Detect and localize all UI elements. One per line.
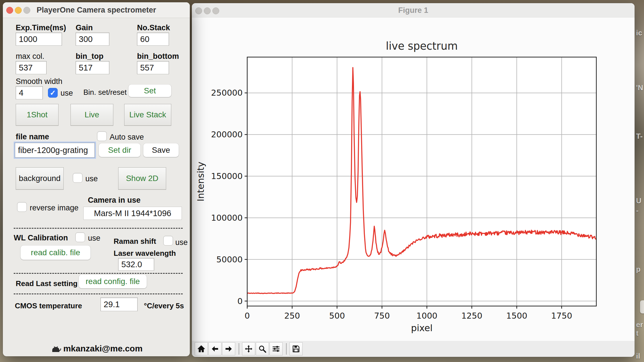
max-col-label: max col. bbox=[16, 52, 45, 61]
divider bbox=[14, 228, 183, 229]
desktop-icon-fragment bbox=[640, 300, 644, 313]
camera-in-use-value: Mars-M II 1944*1096 bbox=[83, 207, 182, 220]
y-tick-label: 50000 bbox=[216, 255, 243, 264]
smooth-width-input[interactable] bbox=[16, 86, 43, 99]
home-icon bbox=[197, 345, 205, 353]
figure-canvas[interactable]: 0250500750100012501500175005000010000015… bbox=[192, 18, 635, 341]
no-stack-label: No.Stack bbox=[137, 23, 170, 32]
desktop-icon-label-fragment: 'N bbox=[636, 83, 643, 92]
exp-time-input[interactable] bbox=[16, 33, 62, 46]
close-button[interactable] bbox=[6, 7, 13, 14]
reverse-image-label: reverse image bbox=[30, 204, 79, 212]
raman-use-label: use bbox=[175, 238, 188, 247]
auto-save-label: Auto save bbox=[110, 133, 144, 142]
read-config-file-button[interactable]: read config. file bbox=[79, 275, 147, 288]
x-tick-label: 1000 bbox=[416, 311, 437, 321]
zoom-button[interactable] bbox=[212, 7, 219, 14]
live-button[interactable]: Live bbox=[71, 104, 113, 126]
bin-bottom-label: bin_bottom bbox=[137, 52, 179, 61]
gain-label: Gain bbox=[76, 23, 93, 32]
divider bbox=[14, 273, 183, 274]
background-button[interactable]: background bbox=[16, 167, 64, 190]
file-name-input[interactable] bbox=[15, 143, 95, 158]
plot-title: live spectrum bbox=[386, 40, 458, 52]
background-use-label: use bbox=[85, 174, 98, 183]
divider bbox=[14, 293, 183, 294]
spectrometer-titlebar[interactable]: PlayerOne Camera spectrometer bbox=[3, 2, 190, 18]
save-button[interactable]: Save bbox=[143, 143, 179, 157]
show-2d-button[interactable]: Show 2D bbox=[118, 167, 166, 190]
bin-top-input[interactable] bbox=[76, 61, 109, 74]
x-tick-label: 1250 bbox=[461, 311, 482, 321]
toolbar-save-button[interactable] bbox=[289, 342, 303, 355]
max-col-input[interactable] bbox=[16, 61, 47, 74]
live-spectrum-plot: 0250500750100012501500175005000010000015… bbox=[192, 18, 635, 341]
cmos-unit-label: °C/every 5s bbox=[144, 301, 184, 310]
wl-calibration-label: WL Calibration bbox=[14, 234, 68, 242]
bin-set-button[interactable]: Set bbox=[128, 85, 171, 97]
exp-time-label: Exp.Time(ms) bbox=[16, 23, 66, 32]
desktop-icon-label-fragment: - bbox=[636, 206, 639, 215]
toolbar-pan-button[interactable] bbox=[242, 342, 255, 355]
minimize-button[interactable] bbox=[204, 7, 211, 14]
figure-titlebar[interactable]: Figure 1 bbox=[192, 3, 635, 18]
magnifier-icon bbox=[258, 345, 266, 353]
sliders-icon bbox=[272, 345, 280, 353]
toolbar-configure-subplots-button[interactable] bbox=[269, 342, 283, 355]
one-shot-button[interactable]: 1Shot bbox=[16, 104, 59, 126]
cmos-temperature-input[interactable] bbox=[100, 297, 138, 311]
cat-icon bbox=[50, 344, 62, 353]
desktop-icon-label-fragment: il bbox=[636, 352, 640, 361]
read-last-setting-label: Read Last setting bbox=[16, 279, 78, 288]
figure-title: Figure 1 bbox=[192, 3, 635, 18]
toolbar-separator bbox=[286, 343, 287, 355]
file-name-label: file name bbox=[16, 132, 49, 141]
x-tick-label: 1750 bbox=[551, 311, 572, 321]
spectrometer-window: PlayerOne Camera spectrometer Exp.Time(m… bbox=[3, 2, 190, 356]
auto-save-checkbox[interactable] bbox=[97, 131, 107, 141]
x-axis-label: pixel bbox=[411, 323, 433, 333]
reverse-image-checkbox[interactable] bbox=[17, 202, 27, 212]
y-tick-label: 200000 bbox=[211, 130, 243, 139]
matplotlib-toolbar bbox=[192, 341, 635, 357]
footer: mkanzaki@me.com bbox=[3, 344, 190, 353]
x-tick-label: 250 bbox=[284, 311, 300, 321]
wl-use-label: use bbox=[88, 234, 100, 243]
laser-wavelength-label: Laser wavelength bbox=[114, 249, 176, 258]
y-tick-label: 0 bbox=[238, 296, 243, 306]
live-stack-button[interactable]: Live Stack bbox=[124, 104, 171, 126]
minimize-button[interactable] bbox=[15, 7, 22, 14]
desktop-icon-label-fragment: U bbox=[636, 196, 641, 205]
no-stack-input[interactable] bbox=[137, 33, 169, 46]
contact-email: mkanzaki@me.com bbox=[63, 344, 143, 353]
bin-bottom-input[interactable] bbox=[137, 61, 169, 74]
background-use-checkbox[interactable] bbox=[73, 173, 82, 183]
x-tick-label: 500 bbox=[329, 311, 345, 321]
desktop-icon-label-fragment: ic bbox=[636, 29, 642, 37]
zoom-button[interactable] bbox=[23, 7, 30, 14]
smooth-width-label: Smooth width bbox=[16, 77, 63, 86]
pan-icon bbox=[245, 345, 253, 353]
x-tick-label: 1500 bbox=[506, 311, 527, 321]
bin-set-reset-label: Bin. set/reset bbox=[83, 88, 127, 97]
laser-wavelength-input[interactable] bbox=[118, 258, 154, 271]
toolbar-separator bbox=[239, 343, 239, 355]
desktop-icon-label-fragment: t bbox=[636, 329, 639, 338]
read-calib-file-button[interactable]: read calib. file bbox=[21, 246, 90, 260]
toolbar-forward-button[interactable] bbox=[222, 342, 235, 355]
desktop-icon-label-fragment: er bbox=[636, 320, 643, 329]
forward-arrow-icon bbox=[225, 345, 233, 353]
smooth-use-checkbox[interactable] bbox=[48, 88, 58, 98]
set-dir-button[interactable]: Set dir bbox=[99, 143, 140, 157]
window-title: PlayerOne Camera spectrometer bbox=[3, 2, 190, 18]
cmos-temperature-label: CMOS temperature bbox=[15, 301, 82, 310]
close-button[interactable] bbox=[195, 7, 202, 14]
toolbar-back-button[interactable] bbox=[208, 342, 222, 355]
desktop-icon-label-fragment: p bbox=[636, 265, 641, 274]
raman-use-checkbox[interactable] bbox=[163, 236, 173, 246]
toolbar-home-button[interactable] bbox=[195, 342, 208, 355]
gain-input[interactable] bbox=[76, 33, 109, 46]
toolbar-zoom-button[interactable] bbox=[256, 342, 269, 355]
wl-use-checkbox[interactable] bbox=[75, 232, 85, 242]
smooth-use-label: use bbox=[61, 89, 73, 98]
